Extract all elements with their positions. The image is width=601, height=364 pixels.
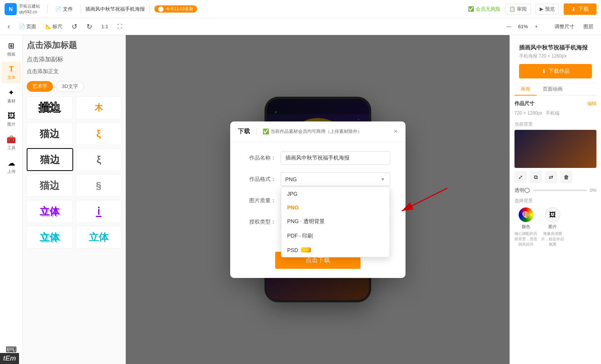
upload-icon: ☁	[8, 158, 15, 168]
sidebar-item-image[interactable]: 🖼 图片	[2, 109, 21, 130]
text-sample-1[interactable]: 描边	[27, 96, 73, 119]
bg-icon-row: ⤢ ⧉ ⇄ 🗑	[514, 171, 596, 183]
topbar-divider-3	[149, 5, 150, 14]
edit-button[interactable]: 编辑	[587, 101, 596, 107]
text-sample-10[interactable]: i̲	[76, 200, 122, 223]
opacity-slider[interactable]	[533, 190, 587, 191]
fullscreen-button[interactable]: ⛶	[114, 22, 125, 31]
review-button[interactable]: 📋 审阅	[505, 4, 531, 14]
page-button[interactable]: 📄 页面	[16, 22, 39, 32]
badge-check-icon: ✅	[263, 128, 269, 134]
image-option-icon: 🖼	[545, 207, 560, 222]
right-tabs: 画布 页面动画	[514, 83, 596, 96]
format-option-pdf[interactable]: PDF · 印刷	[281, 229, 389, 243]
work-size-row: 作品尺寸 编辑	[514, 100, 596, 107]
ratio-button[interactable]: 1:1	[98, 22, 111, 31]
color-option-icon: 🎨	[518, 207, 534, 222]
tab-3d-text[interactable]: 3D文字	[56, 81, 84, 92]
delete-icon-btn[interactable]: 🗑	[560, 171, 572, 183]
dialog-overlay: 下载 ✅ 当前作品素材会员均可商用（上传素材除外） × 作品名称：	[126, 35, 510, 364]
main-layout: ⊞ 模板 T 文本 ✦ 素材 🖼 图片 🧰 工具 ☁ 上传 ⌨ 快捷键	[0, 35, 601, 364]
svg-line-1	[402, 188, 447, 211]
ruler-button[interactable]: 📐 标尺	[42, 22, 66, 32]
work-info-subtitle: 手机海报 720 × 1260px	[519, 53, 592, 59]
download-work-button[interactable]: ⬇ 下载作品	[519, 64, 592, 78]
bg-option-color[interactable]: 🎨 颜色 细心调配的百搭背景，营造画风抬升	[514, 207, 537, 247]
copy-icon: 📋	[509, 6, 515, 12]
text-sample-row-1: 描边 木	[27, 96, 122, 119]
sidebar-item-material[interactable]: ✦ 素材	[2, 85, 21, 107]
adjust-size-button[interactable]: 调整尺寸	[551, 22, 577, 32]
undo-button[interactable]: ↺	[69, 21, 80, 32]
text-sample-2[interactable]: 木	[76, 96, 122, 119]
format-option-psd[interactable]: PSD VIP	[281, 243, 389, 257]
download-top-button[interactable]: ⬇ 下载	[564, 3, 596, 15]
zoom-minus-button[interactable]: —	[503, 22, 514, 31]
expand-icon-btn[interactable]: ⤢	[514, 171, 527, 183]
toolbar2-right: 调整尺寸 图层	[551, 22, 596, 32]
text-sample-9[interactable]: 立体	[27, 200, 73, 223]
text-sample-row-5: 立体 i̲	[27, 200, 122, 223]
copy-icon-btn[interactable]: ⧉	[530, 171, 542, 183]
sidebar-item-text[interactable]: T 文本	[2, 62, 21, 83]
preview-button[interactable]: ▶ 预览	[535, 4, 559, 14]
tab-art-text[interactable]: 艺术字	[27, 81, 53, 92]
image-icon: 🖼	[8, 112, 15, 120]
play-icon: ▶	[540, 6, 543, 12]
image-option-desc: 海量高清图片，贴近作品氛围	[541, 231, 564, 247]
current-bg-label: 当前背景	[514, 121, 596, 128]
dialog-header: 下载 ✅ 当前作品素材会员均可商用（上传素材除外） ×	[230, 121, 405, 142]
file-button[interactable]: 📄 文件	[52, 4, 76, 14]
left-sidebar: ⊞ 模板 T 文本 ✦ 素材 🖼 图片 🧰 工具 ☁ 上传 ⌨ 快捷键	[0, 35, 23, 364]
add-subtitle-text[interactable]: 点击添加副标	[27, 56, 122, 64]
vip-badge: VIP	[301, 247, 311, 252]
text-sample-5[interactable]: 猫边	[27, 148, 73, 171]
text-icon: T	[9, 65, 13, 73]
text-sample-11[interactable]: 立体	[27, 226, 73, 249]
redo-button[interactable]: ↻	[83, 21, 95, 32]
text-sample-8[interactable]: §	[76, 174, 122, 197]
download-icon: ⬇	[571, 6, 576, 12]
text-samples: 描边 木 猫边 ξ 猫边 ξ 猫边 § 立体 i̲ 立体 立体	[27, 96, 122, 249]
layers-button[interactable]: 图层	[580, 22, 596, 32]
work-info-title: 插画风中秋节祝福手机海报	[519, 44, 592, 51]
text-sample-3[interactable]: 猫边	[27, 122, 73, 145]
sidebar-item-template[interactable]: ⊞ 模板	[2, 38, 21, 60]
right-tab-canvas[interactable]: 画布	[514, 83, 537, 96]
sidebar-item-tool[interactable]: 🧰 工具	[2, 132, 21, 154]
text-sample-row-2: 猫边 ξ	[27, 122, 122, 145]
check-icon: ✅	[468, 6, 474, 12]
download-dialog: 下载 ✅ 当前作品素材会员均可商用（上传素材除外） × 作品名称：	[230, 121, 405, 278]
zoom-plus-button[interactable]: +	[532, 22, 541, 31]
back-button[interactable]: ‹	[5, 21, 13, 32]
dialog-body: 作品名称： 作品格式： PNG ▼ JPG PNG	[230, 142, 405, 246]
format-option-jpg[interactable]: JPG	[281, 187, 389, 201]
header-divider	[256, 128, 256, 135]
text-sample-4[interactable]: ξ	[76, 122, 122, 145]
name-label: 作品名称：	[245, 155, 276, 161]
dialog-close-button[interactable]: ×	[394, 128, 398, 136]
choose-bg-label: 选择背景	[514, 198, 596, 204]
text-sample-row-3: 猫边 ξ	[27, 148, 122, 171]
right-tab-page-anim[interactable]: 页面动画	[537, 83, 569, 96]
name-input[interactable]	[280, 151, 390, 165]
logo-area: N 乔拓云建站 qty592.cn	[5, 3, 43, 15]
file-name: 插画风中秋节祝福手机海报	[85, 6, 145, 13]
text-sample-6[interactable]: ξ	[76, 148, 122, 171]
bg-option-image[interactable]: 🖼 图片 海量高清图片，贴近作品氛围	[541, 207, 564, 247]
topbar-divider-1	[47, 5, 48, 14]
material-icon: ✦	[8, 88, 14, 97]
color-option-desc: 细心调配的百搭背景，营造画风抬升	[514, 231, 537, 247]
sidebar-item-upload[interactable]: ☁ 上传	[2, 155, 21, 177]
text-sample-12[interactable]: 立体	[76, 226, 122, 249]
text-sample-7[interactable]: 猫边	[27, 174, 73, 197]
add-body-text[interactable]: 点击添加正文	[27, 68, 122, 75]
replace-icon-btn[interactable]: ⇄	[545, 171, 557, 183]
ruler-icon: 📐	[45, 24, 51, 29]
format-option-png[interactable]: PNG	[281, 201, 389, 214]
format-option-png-transparent[interactable]: PNG · 透明背景	[281, 214, 389, 229]
select-arrow-icon: ▼	[381, 177, 385, 182]
format-label: 作品格式：	[245, 176, 276, 183]
format-select[interactable]: PNG ▼ JPG PNG PNG · 透明背景 PDF · 印刷 PSD V	[280, 172, 390, 186]
add-title-text[interactable]: 点击添加标题	[27, 40, 122, 51]
